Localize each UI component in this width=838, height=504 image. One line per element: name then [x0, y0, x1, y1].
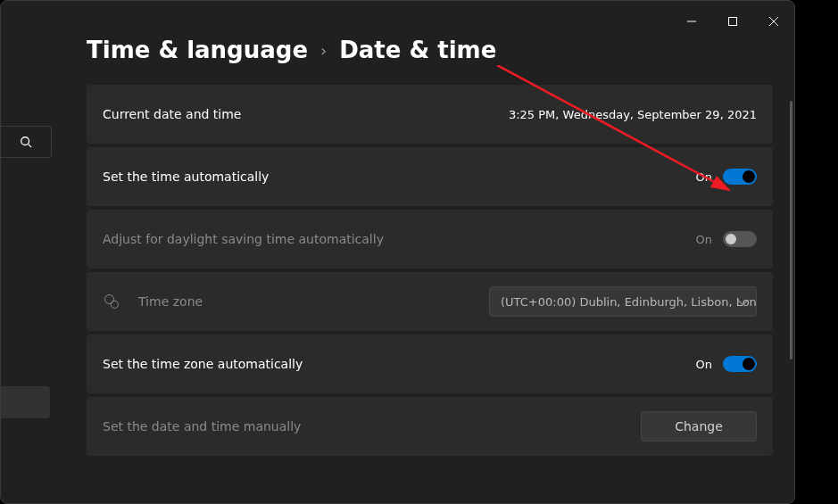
current-datetime-label: Current date and time: [103, 107, 241, 121]
timezone-label: Time zone: [138, 294, 203, 309]
minimize-button[interactable]: [671, 8, 712, 35]
auto-time-state: On: [696, 170, 712, 184]
auto-time-toggle[interactable]: [723, 169, 757, 185]
svg-point-4: [105, 295, 114, 304]
close-button[interactable]: [753, 8, 794, 35]
current-datetime-row: Current date and time 3:25 PM, Wednesday…: [87, 85, 773, 144]
dst-label: Adjust for daylight saving time automati…: [103, 232, 384, 246]
auto-time-label: Set the time automatically: [103, 169, 269, 184]
svg-line-7: [28, 145, 31, 148]
sidebar-search-button[interactable]: [0, 126, 52, 158]
dst-toggle: [723, 231, 757, 247]
breadcrumb: Time & language › Date & time: [87, 37, 773, 63]
auto-timezone-toggle[interactable]: [723, 356, 757, 372]
change-button: Change: [641, 411, 757, 442]
timezone-value: (UTC+00:00) Dublin, Edinburgh, Lisbon, L…: [501, 295, 757, 309]
breadcrumb-current: Date & time: [339, 37, 496, 63]
scrollbar[interactable]: [790, 101, 792, 359]
settings-window: Time & language › Date & time Current da…: [0, 0, 795, 504]
globe-icon: [103, 293, 120, 310]
auto-time-row: Set the time automatically On: [87, 147, 773, 206]
timezone-select: (UTC+00:00) Dublin, Edinburgh, Lisbon, L…: [489, 286, 757, 317]
current-datetime-value: 3:25 PM, Wednesday, September 29, 2021: [509, 108, 757, 121]
auto-timezone-row: Set the time zone automatically On: [87, 335, 773, 393]
svg-point-5: [111, 301, 118, 308]
svg-point-6: [21, 137, 29, 145]
manual-datetime-label: Set the date and time manually: [103, 419, 301, 434]
chevron-right-icon: ›: [320, 41, 327, 60]
auto-timezone-label: Set the time zone automatically: [103, 357, 303, 371]
timezone-row: Time zone (UTC+00:00) Dublin, Edinburgh,…: [87, 272, 773, 331]
sidebar-item[interactable]: [0, 386, 50, 418]
breadcrumb-parent[interactable]: Time & language: [87, 37, 308, 63]
svg-rect-1: [729, 18, 737, 26]
titlebar: [1, 1, 794, 37]
auto-timezone-state: On: [696, 358, 712, 371]
dst-state: On: [696, 233, 712, 246]
search-icon: [20, 136, 32, 148]
manual-datetime-row: Set the date and time manually Change: [87, 397, 773, 456]
dst-row: Adjust for daylight saving time automati…: [87, 210, 773, 269]
maximize-button[interactable]: [712, 8, 753, 35]
